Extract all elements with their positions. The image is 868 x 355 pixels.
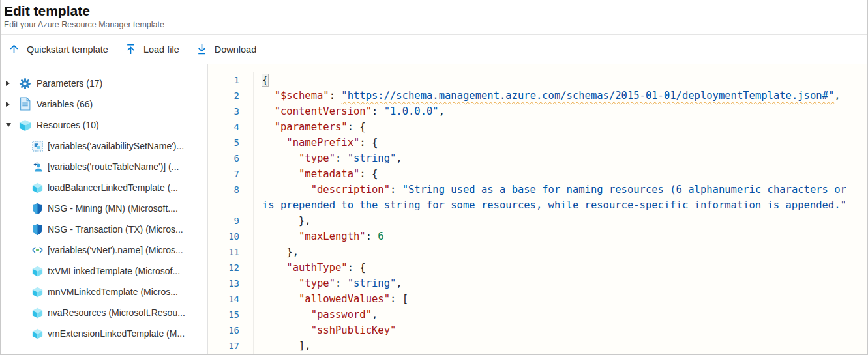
- code-token: ,: [834, 90, 840, 102]
- code-token: : {: [359, 137, 378, 149]
- code-line[interactable]: 7 "metadata": {: [208, 166, 867, 182]
- code-text: "description": "String used as a base fo…: [254, 182, 846, 197]
- tree-item[interactable]: loadBalancerLinkedTemplate (...: [1, 177, 207, 198]
- code-line[interactable]: 2 "$schema": "https://schema.management.…: [208, 88, 867, 104]
- code-line[interactable]: 3 "contentVersion": "1.0.0.0",: [208, 104, 867, 119]
- code-text: },: [254, 213, 311, 229]
- code-token: 6: [378, 231, 383, 242]
- code-line[interactable]: 1{: [208, 72, 867, 88]
- load-file-button[interactable]: Load file: [124, 40, 185, 59]
- code-line[interactable]: 10 "maxLength": 6: [208, 229, 867, 244]
- code-line[interactable]: 5 "namePrefix": {: [208, 135, 867, 150]
- code-line[interactable]: 9 },: [208, 213, 867, 229]
- code-text: "authType": {: [254, 260, 366, 276]
- tree-item[interactable]: Parameters (17): [1, 73, 207, 94]
- tree-item-label: NSG - Mining (MN) (Microsoft....: [48, 203, 178, 214]
- code-token: is prepended to the string for some reso…: [262, 199, 846, 211]
- code-token: "string": [348, 152, 397, 164]
- code-token: "description": [311, 184, 390, 195]
- schema-url-link[interactable]: "https://schema.management.azure.com/sch…: [341, 90, 834, 102]
- toolbar: Quickstart template Load file Download: [1, 35, 867, 64]
- line-number: 5: [208, 135, 254, 150]
- code-line[interactable]: 8 "description": "String used as a base …: [208, 182, 867, 197]
- content-area: Parameters (17)Variables (66)Resources (…: [1, 64, 867, 354]
- tree-item-label: nvaResources (Microsoft.Resou...: [48, 307, 185, 318]
- tree-item[interactable]: Resources (10): [1, 115, 207, 135]
- code-line[interactable]: 14 "allowedValues": [: [208, 291, 867, 307]
- code-token: [262, 262, 286, 274]
- cube-icon: [32, 327, 43, 340]
- cube-icon: [19, 119, 31, 132]
- tree-expand-arrow-icon[interactable]: [6, 81, 14, 86]
- tree-item[interactable]: vmExtensionLinkedTemplate (M...: [1, 323, 207, 344]
- cube-icon: [32, 181, 43, 194]
- json-editor[interactable]: 1{2 "$schema": "https://schema.managemen…: [208, 64, 867, 354]
- header: Edit template Edit your Azure Resource M…: [1, 0, 867, 35]
- tree-item[interactable]: [variables('availabilitySetName')...: [1, 135, 207, 156]
- code-token: [262, 137, 286, 149]
- tree-expand-arrow-icon[interactable]: [6, 102, 14, 107]
- code-token: "authType": [286, 262, 347, 274]
- code-token: "String used as a base for naming resour…: [402, 184, 846, 195]
- code-token: "1.0.0.0": [384, 106, 439, 117]
- code-token: [262, 324, 311, 336]
- line-number: 9: [208, 213, 254, 229]
- code-token: "sshPublicKey": [311, 324, 397, 336]
- code-text: "allowedValues": [: [254, 291, 408, 307]
- code-line[interactable]: 17 ],: [208, 338, 867, 354]
- template-tree-sidebar: Parameters (17)Variables (66)Resources (…: [1, 64, 208, 354]
- tree-item[interactable]: NSG - Mining (MN) (Microsoft....: [1, 198, 207, 219]
- code-line[interactable]: 13 "type": "string",: [208, 276, 867, 291]
- code-line[interactable]: 16 "sshPublicKey": [208, 322, 867, 338]
- code-token: [262, 293, 299, 305]
- cube-icon: [32, 306, 43, 319]
- code-text: {: [254, 72, 269, 88]
- code-line[interactable]: 6 "type": "string",: [208, 150, 867, 166]
- quickstart-template-label: Quickstart template: [27, 44, 108, 55]
- tree-item[interactable]: mnVMLinkedTemplate (Micros...: [1, 281, 207, 302]
- tree-item[interactable]: Variables (66): [1, 94, 207, 115]
- code-token: "contentVersion": [275, 106, 372, 117]
- code-line[interactable]: 15 "password",: [208, 307, 867, 322]
- code-token: "type": [299, 277, 335, 289]
- line-number: 11: [208, 244, 254, 260]
- code-text: "sshPublicKey": [254, 322, 396, 338]
- code-text: "type": "string",: [254, 150, 402, 166]
- tree-item-label: [variables('vNet').name] (Micros...: [48, 245, 183, 255]
- tree-item[interactable]: txVMLinkedTemplate (Microsof...: [1, 261, 207, 281]
- tree-item[interactable]: [variables('vNet').name] (Micros...: [1, 240, 207, 261]
- download-button[interactable]: Download: [195, 40, 262, 59]
- code-token: "password": [311, 309, 372, 320]
- upload-icon: [125, 44, 136, 55]
- warning-squiggle: "https://schema.management.azure.com/sch…: [341, 90, 834, 102]
- code-text: "$schema": "https://schema.management.az…: [254, 88, 841, 104]
- quickstart-template-button[interactable]: Quickstart template: [7, 40, 113, 59]
- edit-template-page: Edit template Edit your Azure Resource M…: [0, 0, 868, 355]
- tree-item[interactable]: NSG - Transaction (TX) (Micros...: [1, 219, 207, 240]
- code-line[interactable]: 4 "parameters": {: [208, 119, 867, 135]
- code-token: [262, 106, 275, 117]
- line-number: 4: [208, 119, 254, 135]
- code-line[interactable]: 12 "authType": {: [208, 260, 867, 276]
- tree-item-label: NSG - Transaction (TX) (Micros...: [48, 224, 183, 234]
- code-token: "$schema": [275, 90, 329, 102]
- code-token: : {: [359, 168, 378, 180]
- tree-item[interactable]: [variables('routeTableName')] (...: [1, 156, 207, 177]
- code-token: [262, 168, 299, 180]
- code-text: ],: [254, 338, 311, 354]
- code-token: "string": [348, 277, 397, 289]
- line-number: 7: [208, 166, 254, 182]
- tree-item-label: [variables('availabilitySetName')...: [48, 141, 184, 151]
- template-tree: Parameters (17)Variables (66)Resources (…: [1, 73, 207, 344]
- tree-item-label: mnVMLinkedTemplate (Micros...: [48, 287, 178, 297]
- tree-collapse-arrow-icon[interactable]: [6, 123, 14, 127]
- document-icon: [19, 98, 31, 111]
- line-number: [208, 197, 254, 213]
- line-number: 17: [208, 338, 254, 354]
- code-line[interactable]: 11 },: [208, 244, 867, 260]
- code-line[interactable]: is prepended to the string for some reso…: [208, 197, 867, 213]
- tree-item[interactable]: nvaResources (Microsoft.Resou...: [1, 302, 207, 323]
- line-number: 12: [208, 260, 254, 276]
- tree-item-label: Parameters (17): [37, 78, 102, 89]
- line-number: 14: [208, 291, 254, 307]
